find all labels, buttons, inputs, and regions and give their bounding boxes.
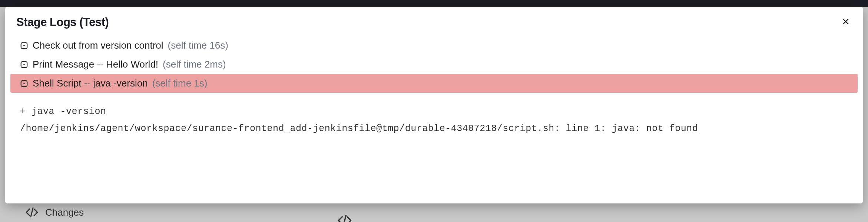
chevron-down-icon — [20, 61, 28, 69]
chevron-down-icon — [20, 42, 28, 50]
step-label: Shell Script -- java -version — [33, 78, 148, 89]
step-label: Print Message -- Hello World! — [33, 59, 158, 70]
step-row-checkout[interactable]: Check out from version control (self tim… — [5, 36, 863, 55]
step-time: (self time 16s) — [168, 40, 228, 51]
backdrop-bottom-icon — [334, 213, 356, 222]
close-button[interactable] — [840, 16, 852, 29]
modal-header: Stage Logs (Test) — [5, 7, 863, 36]
modal-title: Stage Logs (Test) — [16, 16, 109, 29]
backdrop-changes-label: Changes — [45, 207, 84, 218]
step-row-print[interactable]: Print Message -- Hello World! (self time… — [5, 55, 863, 74]
svg-line-0 — [31, 208, 33, 217]
step-row-shell-script[interactable]: Shell Script -- java -version (self time… — [10, 74, 858, 93]
stage-logs-modal: Stage Logs (Test) Check out from version… — [5, 7, 863, 203]
code-icon — [25, 206, 39, 219]
step-time: (self time 1s) — [152, 78, 208, 89]
console-output: + java -version /home/jenkins/agent/work… — [5, 93, 863, 141]
svg-line-1 — [344, 216, 346, 222]
backdrop-sidebar-item: Changes — [25, 203, 84, 222]
step-label: Check out from version control — [33, 40, 163, 51]
chevron-up-icon — [20, 79, 28, 88]
step-time: (self time 2ms) — [163, 59, 226, 70]
backdrop-topbar — [0, 0, 868, 7]
